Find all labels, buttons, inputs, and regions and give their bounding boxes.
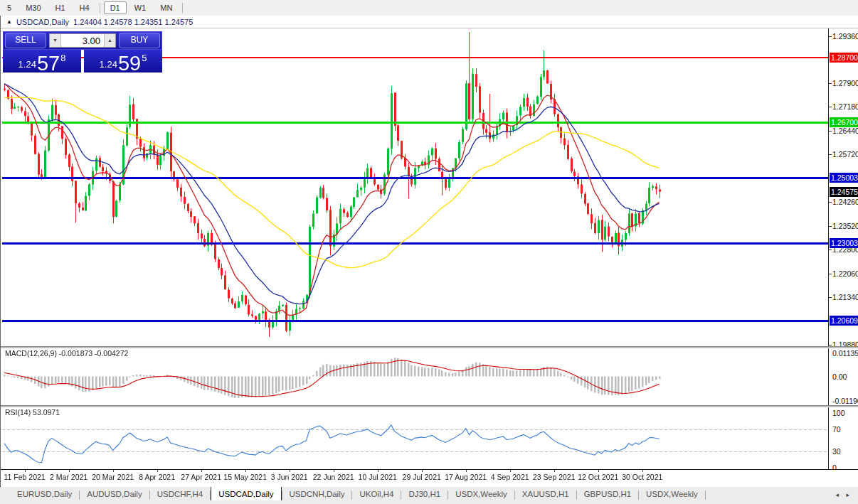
price-tick-dash xyxy=(829,297,832,298)
date-tick-label: 22 Jun 2021 xyxy=(313,473,354,481)
tab-usdx-weekly[interactable]: USDX,Weekly xyxy=(448,487,514,500)
price-tick-label: 1.27180 xyxy=(832,102,858,111)
chart-window: ▲USDCAD,Daily 1.24404 1.24578 1.24351 1.… xyxy=(0,16,858,486)
price-tick-label: 1.21340 xyxy=(832,293,858,301)
volume-increase-icon[interactable]: ▲ xyxy=(104,34,115,47)
macd-panel-splitter[interactable] xyxy=(1,346,858,348)
toolbar-separator xyxy=(100,3,100,14)
price-tick-label: 1.27900 xyxy=(832,79,858,87)
ohlc-close: 1.24575 xyxy=(165,18,194,26)
tab-usdcnh-daily[interactable]: USDCNH,Daily xyxy=(282,487,352,500)
rsi-panel-splitter[interactable] xyxy=(1,405,858,407)
price-tick-label: 1.26440 xyxy=(832,127,858,135)
price-chart-canvas[interactable] xyxy=(2,28,828,469)
buy-button[interactable]: BUY xyxy=(119,33,160,48)
date-tick-mark xyxy=(642,470,643,472)
price-tick-dash xyxy=(829,154,832,155)
timeframe-toolbar: 5M30H1H4D1W1MN xyxy=(0,0,858,16)
price-level-badge: 1.26700 xyxy=(830,117,858,127)
price-tick-dash xyxy=(829,107,832,107)
tab-gbpusd-h1[interactable]: GBPUSD,H1 xyxy=(577,487,638,500)
tab-separator xyxy=(705,490,706,500)
rsi-indicator-label: RSI(14) 53.0971 xyxy=(5,408,60,417)
volume-input[interactable] xyxy=(61,35,104,47)
chart-title-bar: ▲USDCAD,Daily 1.24404 1.24578 1.24351 1.… xyxy=(1,16,858,28)
price-tick-dash xyxy=(829,345,832,345)
date-tick-label: 11 Feb 2021 xyxy=(4,473,46,481)
date-tick-label: 20 Mar 2021 xyxy=(92,473,134,481)
date-tick-label: 2 Mar 2021 xyxy=(50,473,88,481)
tab-scroll-arrows[interactable]: ◂ ▸ xyxy=(835,491,852,498)
date-tick-mark xyxy=(378,470,378,472)
date-tick-mark xyxy=(598,470,599,472)
buy-price-display: 1.24595 xyxy=(84,50,162,73)
tab-eurusd-daily[interactable]: EURUSD,Daily xyxy=(10,487,79,500)
date-tick-label: 23 Sep 2021 xyxy=(533,473,576,481)
ohlc-open: 1.24404 xyxy=(73,18,102,26)
price-level-badge: 1.25003 xyxy=(830,173,858,183)
macd-axis-label: -0.01190 xyxy=(832,397,858,405)
tab-usdx-weekly[interactable]: USDX,Weekly xyxy=(639,487,705,500)
macd-axis-label: 0.00 xyxy=(832,372,847,381)
tab-usdcad-daily[interactable]: USDCAD,Daily xyxy=(211,486,281,500)
sell-button[interactable]: SELL xyxy=(5,33,46,48)
volume-decrease-icon[interactable]: ▼ xyxy=(50,34,61,47)
price-tick-dash xyxy=(829,226,832,227)
date-axis: 11 Feb 20212 Mar 202120 Mar 20218 Apr 20… xyxy=(1,469,858,487)
date-tick-mark xyxy=(334,470,334,472)
timeframe-button-m30[interactable]: M30 xyxy=(19,1,47,14)
timeframe-button-h4[interactable]: H4 xyxy=(73,1,96,14)
price-tick-label: 1.24260 xyxy=(832,198,858,206)
price-tick-dash xyxy=(829,274,832,274)
price-level-badge: 1.23003 xyxy=(830,238,858,248)
price-tick-label: 1.22060 xyxy=(832,269,858,278)
date-tick-mark xyxy=(113,470,114,472)
price-tick-label: 1.25720 xyxy=(832,150,858,159)
price-tick-dash xyxy=(829,131,832,132)
date-tick-label: 17 Aug 2021 xyxy=(445,473,487,481)
tab-dj30-h1[interactable]: DJ30,H1 xyxy=(401,487,447,500)
price-level-badge: 1.24575 xyxy=(830,187,858,197)
rsi-axis-label: 70 xyxy=(832,425,841,434)
date-tick-label: 15 May 2021 xyxy=(223,473,267,481)
price-level-badge: 1.28700 xyxy=(830,53,858,63)
date-tick-mark xyxy=(290,470,290,472)
date-tick-label: 10 Jul 2021 xyxy=(359,473,397,481)
date-tick-label: 29 Jul 2021 xyxy=(403,473,441,481)
date-tick-mark xyxy=(201,470,202,472)
date-tick-mark xyxy=(554,470,555,472)
timeframe-button-h1[interactable]: H1 xyxy=(49,1,72,14)
rsi-axis-label: 30 xyxy=(832,447,841,456)
price-tick-label: 1.23520 xyxy=(832,222,858,230)
chart-symbol-label: USDCAD,Daily xyxy=(16,18,69,26)
collapse-chart-icon[interactable]: ▲ xyxy=(6,18,12,25)
sell-price-display: 1.24578 xyxy=(3,50,81,73)
symbol-tab-bar: EURUSD,DailyAUDUSD,DailyUSDCHF,H4USDCAD,… xyxy=(0,486,858,504)
date-tick-mark xyxy=(422,470,423,472)
trading-terminal: 5M30H1H4D1W1MN ▲USDCAD,Daily 1.24404 1.2… xyxy=(0,0,858,504)
timeframe-button-mn[interactable]: MN xyxy=(154,1,179,14)
macd-indicator-label: MACD(12,26,9) -0.001873 -0.004272 xyxy=(5,349,128,358)
price-level-badge: 1.20609 xyxy=(830,316,858,326)
one-click-trade-panel: SELL ▼ ▲ BUY 1.24578 1.24595 xyxy=(3,31,162,73)
tab-ukoil-h4[interactable]: UKOil,H4 xyxy=(352,487,401,500)
date-tick-mark xyxy=(466,470,467,472)
price-tick-label: 1.29360 xyxy=(832,32,858,41)
date-tick-label: 27 Apr 2021 xyxy=(181,473,221,481)
date-tick-label: 4 Sep 2021 xyxy=(491,473,529,481)
date-tick-mark xyxy=(510,470,511,472)
date-tick-mark xyxy=(69,470,70,472)
timeframe-button-w1[interactable]: W1 xyxy=(128,1,153,14)
price-axis: 1.293601.279001.271801.264401.257201.242… xyxy=(828,28,858,469)
toolbar-separator xyxy=(182,3,183,14)
tab-audusd-daily[interactable]: AUDUSD,Daily xyxy=(80,487,149,500)
tab-usdchf-h4[interactable]: USDCHF,H4 xyxy=(150,487,211,500)
timeframe-button-5[interactable]: 5 xyxy=(1,1,18,14)
date-tick-label: 3 Jun 2021 xyxy=(271,473,308,481)
timeframe-button-d1[interactable]: D1 xyxy=(104,1,127,14)
date-tick-mark xyxy=(157,470,158,472)
date-tick-label: 8 Apr 2021 xyxy=(139,473,175,481)
date-tick-mark xyxy=(245,470,246,472)
tab-xauusd-h1[interactable]: XAUUSD,H1 xyxy=(515,487,576,500)
rsi-axis-label: 100 xyxy=(832,409,845,417)
